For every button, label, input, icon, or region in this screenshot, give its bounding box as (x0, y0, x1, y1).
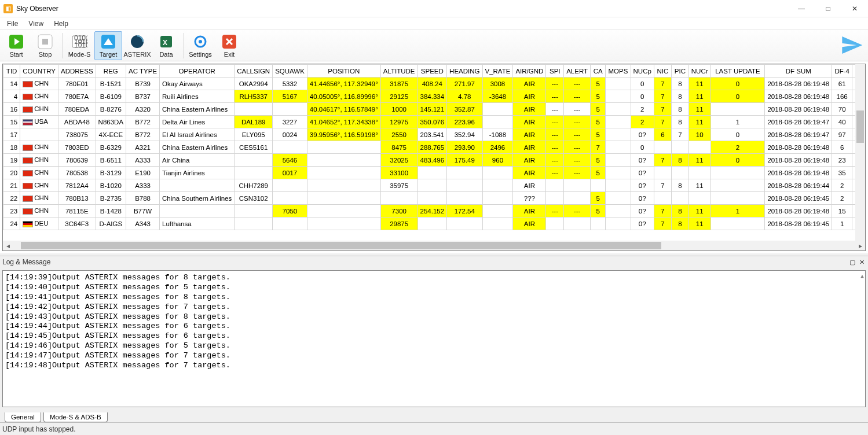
cell-pos (307, 167, 380, 179)
cell-ca: 5 (591, 116, 606, 128)
target-grid-viewport[interactable]: TIDCOUNTRYADDRESSREGAC TYPEOPERATORCALLS… (3, 64, 865, 241)
col-header[interactable]: SPI (546, 65, 564, 78)
table-row[interactable]: 177380754X-ECEB772El Al Israel AirlinesE… (3, 128, 865, 141)
cell-upd: 2018-08-28 06:19:48 (765, 167, 832, 179)
table-row[interactable]: 19CHN780639B-6511A333Air China5646320254… (3, 154, 865, 167)
col-header[interactable]: CALLSIGN (235, 65, 273, 78)
table-row[interactable]: 16CHN780EDAB-8276A320China Eastern Airli… (3, 103, 865, 116)
table-row[interactable]: 22CHN780B13B-2735B788China Southern Airl… (3, 192, 865, 205)
col-header[interactable]: CA (591, 65, 606, 78)
table-row[interactable]: 14CHN780E01B-1521B739Okay AirwaysOKA2994… (3, 78, 865, 90)
cell-vr (482, 103, 513, 116)
col-header[interactable]: AC TYPE (126, 65, 160, 78)
cell-op: Lufthansa (160, 218, 235, 230)
col-header[interactable]: NUCp (631, 65, 654, 78)
close-button[interactable]: ✕ (841, 0, 868, 17)
cell-spd: 203.541 (417, 128, 447, 141)
cell-al: --- (564, 154, 591, 167)
data-button[interactable]: XData (152, 31, 180, 60)
col-header[interactable]: SQUAWK (273, 65, 307, 78)
col-header[interactable]: TID (3, 65, 20, 78)
cell-nucr: 11 (688, 218, 710, 230)
cell-ag: AIR (513, 154, 546, 167)
col-header[interactable]: NIC (654, 65, 671, 78)
col-header[interactable]: OPERATOR (160, 65, 235, 78)
cell-pos: 40.05005°, 116.89996° (307, 90, 380, 103)
asterix-button[interactable]: ASTERIX (123, 31, 151, 60)
dock-icon[interactable]: ▢ (848, 258, 856, 266)
minimize-button[interactable]: — (788, 0, 815, 17)
col-header[interactable]: PIC (672, 65, 689, 78)
tab-modes-adsb[interactable]: Mode-S & ADS-B (43, 412, 108, 422)
col-header[interactable]: COUNTRY (20, 65, 58, 78)
cell-tid: 22 (3, 192, 20, 205)
col-header[interactable]: REG (96, 65, 126, 78)
cell-alt: 29875 (380, 218, 417, 230)
target-icon (99, 34, 118, 50)
svg-point-12 (199, 40, 202, 43)
scroll-right-icon[interactable]: ▸ (855, 241, 865, 250)
cell-spd (417, 218, 447, 230)
menu-help[interactable]: Help (49, 19, 73, 29)
log-close-icon[interactable]: ✕ (858, 258, 866, 266)
col-header[interactable]: POSITION (307, 65, 380, 78)
col-header[interactable]: V_RATE (482, 65, 513, 78)
menu-view[interactable]: View (24, 19, 48, 29)
cell-dfs: 61 (832, 78, 852, 90)
cell-alt: 32025 (380, 154, 417, 167)
tab-general[interactable]: General (5, 412, 41, 422)
table-row[interactable]: 24DEU3C64F3D-AIGSA343Lufthansa29875AIR0?… (3, 218, 865, 230)
menu-file[interactable]: File (2, 19, 23, 29)
col-header[interactable]: HEADING (447, 65, 482, 78)
log-body[interactable]: [14:19:39]Output ASTERIX messages for 8 … (2, 270, 866, 407)
col-header[interactable]: ADDRESS (58, 65, 96, 78)
target-button[interactable]: Target (94, 31, 122, 60)
cell-pos: 39.95956°, 116.59198° (307, 128, 380, 141)
scroll-up-icon[interactable]: ▴ (860, 272, 864, 280)
cell-tid: 4 (3, 90, 20, 103)
table-row[interactable]: 21CHN7812A4B-1020A333CHH728935975AIR0?78… (3, 179, 865, 192)
horizontal-scrollbar[interactable]: ◂ ▸ (3, 241, 865, 250)
col-header[interactable]: ALERT (564, 65, 591, 78)
toolbar-label: Exit (224, 51, 235, 58)
vertical-scrollbar[interactable] (855, 64, 865, 241)
col-header[interactable]: ALTITUDE (380, 65, 417, 78)
modes-button[interactable]: 010110101000101011Mode-S (65, 31, 93, 60)
start-button[interactable]: Start (2, 31, 30, 60)
table-row[interactable]: 18CHN7803EDB-6329A321China Eastern Airli… (3, 141, 865, 154)
cell-addr: 780EDA (58, 103, 96, 116)
table-row[interactable]: 20CHN780538B-3129E190Tianjin Airlines001… (3, 167, 865, 179)
table-row[interactable]: 15USAABDA48N863DAB772Delta Air LinesDAL1… (3, 116, 865, 128)
cell-reg: B-1428 (96, 205, 126, 218)
cell-mops (606, 78, 631, 90)
cell-dfs: 1 (832, 218, 852, 230)
cell-reg: 4X-ECE (96, 128, 126, 141)
flag-icon (23, 196, 33, 202)
cell-tid: 21 (3, 179, 20, 192)
cell-spd: 145.121 (417, 103, 447, 116)
cell-nic: 7 (654, 205, 671, 218)
col-header[interactable]: SPEED (417, 65, 447, 78)
col-header[interactable]: MOPS (606, 65, 631, 78)
toolbar-label: Stop (39, 51, 52, 58)
cell-tid: 18 (3, 141, 20, 154)
table-row[interactable]: 4CHN780E7AB-6109B737Ruili AirlinesRLH533… (3, 90, 865, 103)
col-header[interactable]: DF-4 (832, 65, 852, 78)
cell-ca: 5 (591, 205, 606, 218)
cell-alt: 12975 (380, 116, 417, 128)
scroll-left-icon[interactable]: ◂ (3, 241, 13, 250)
stop-button[interactable]: Stop (31, 31, 59, 60)
target-grid-wrap: TIDCOUNTRYADDRESSREGAC TYPEOPERATORCALLS… (0, 61, 868, 253)
col-header[interactable]: NUCr (688, 65, 710, 78)
table-row[interactable]: 23CHN78115EB-1428B77W70507300254.152172.… (3, 205, 865, 218)
settings-button[interactable]: Settings (186, 31, 214, 60)
col-header[interactable]: DF SUM (765, 65, 832, 78)
col-header[interactable]: AIR/GND (513, 65, 546, 78)
exit-button[interactable]: Exit (215, 31, 243, 60)
cell-country (20, 128, 58, 141)
cell-country: CHN (20, 90, 58, 103)
cell-spi: --- (546, 128, 564, 141)
col-header[interactable]: LAST UPDATE (710, 65, 765, 78)
target-grid[interactable]: TIDCOUNTRYADDRESSREGAC TYPEOPERATORCALLS… (3, 64, 865, 230)
maximize-button[interactable]: □ (815, 0, 841, 17)
